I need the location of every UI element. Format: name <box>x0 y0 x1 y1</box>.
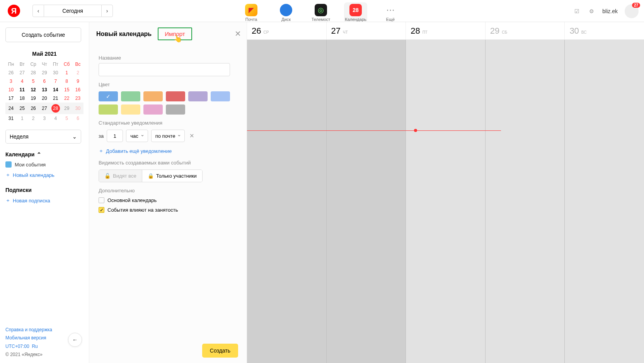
mini-cal-day[interactable]: 3 <box>5 77 17 86</box>
mini-cal-day[interactable]: 5 <box>61 114 72 123</box>
view-select[interactable]: Неделя ⌄ <box>5 130 81 144</box>
mini-cal-day[interactable]: 12 <box>28 86 39 94</box>
notif-unit-select[interactable]: час <box>126 130 148 142</box>
mini-cal-day[interactable]: 29 <box>39 68 50 77</box>
mobile-link[interactable]: Мобильная версия <box>5 334 52 342</box>
help-link[interactable]: Справка и поддержка <box>5 326 52 334</box>
mini-cal-day[interactable]: 18 <box>17 94 28 103</box>
mini-cal-day[interactable]: 2 <box>72 68 83 77</box>
mini-cal-day[interactable]: 4 <box>50 114 61 123</box>
visibility-all[interactable]: 🔓Видят все <box>99 170 142 182</box>
mini-cal-day[interactable]: 21 <box>50 94 61 103</box>
yandex-logo[interactable]: Я <box>8 5 20 17</box>
notif-remove-icon[interactable]: ✕ <box>189 132 194 139</box>
service-calendar[interactable]: 28Календарь <box>344 2 367 23</box>
gear-icon[interactable]: ⚙ <box>588 7 595 15</box>
mini-cal-day[interactable]: 29 <box>61 103 72 114</box>
color-swatch[interactable] <box>188 91 208 101</box>
lang-link[interactable]: Ru <box>32 344 37 349</box>
day-header[interactable]: 30ВС <box>564 22 644 39</box>
mini-cal-day[interactable]: 17 <box>5 94 17 103</box>
service-disk[interactable]: Диск <box>274 2 298 22</box>
calendar-name-input[interactable] <box>99 63 230 76</box>
tz-link[interactable]: UTC+07:00 <box>5 344 29 349</box>
create-button[interactable]: Создать <box>202 344 238 358</box>
mini-cal-day[interactable]: 7 <box>50 77 61 86</box>
calendars-heading[interactable]: Календари ⌃ <box>5 151 83 158</box>
service-more[interactable]: ⋯Ещё <box>379 2 402 22</box>
next-button[interactable]: › <box>101 5 113 17</box>
mini-cal-day[interactable]: 13 <box>39 86 50 94</box>
prev-button[interactable]: ‹ <box>32 5 44 17</box>
view-select-label: Неделя <box>10 134 29 140</box>
color-swatch[interactable] <box>121 91 140 101</box>
mini-cal-day[interactable]: 3 <box>39 114 50 123</box>
mini-cal-day[interactable]: 25 <box>17 103 28 114</box>
mini-cal-day[interactable]: 4 <box>17 77 28 86</box>
mini-cal-day[interactable]: 30 <box>72 103 83 114</box>
mini-cal-day[interactable]: 24 <box>5 103 17 114</box>
mini-cal-day[interactable]: 31 <box>5 114 17 123</box>
mini-cal-day[interactable]: 26 <box>5 68 17 77</box>
color-swatch[interactable] <box>143 91 163 101</box>
mini-cal-day[interactable]: 2 <box>28 114 39 123</box>
collapse-sidebar-button[interactable]: ← <box>68 333 82 347</box>
new-calendar-link[interactable]: ＋Новый календарь <box>5 171 83 178</box>
mini-cal-day[interactable]: 22 <box>61 94 72 103</box>
mini-cal-day[interactable]: 15 <box>61 86 72 94</box>
mini-cal-day[interactable]: 6 <box>39 77 50 86</box>
visibility-participants[interactable]: 🔒Только участники <box>142 170 202 182</box>
checkbox-main-calendar[interactable]: Основной календарь <box>99 197 237 203</box>
checkbox-affects-busy[interactable]: ✓События влияют на занятость <box>99 207 237 213</box>
mini-cal-day[interactable]: 14 <box>50 86 61 94</box>
day-header[interactable]: 29СБ <box>485 22 565 39</box>
mini-cal-day[interactable]: 28 <box>28 68 39 77</box>
mini-cal-day[interactable]: 23 <box>72 94 83 103</box>
user-name[interactable]: bliz.ek <box>602 8 618 14</box>
mini-cal-day[interactable]: 26 <box>28 103 39 114</box>
tasks-icon[interactable]: ☑ <box>573 7 581 15</box>
mini-cal-day[interactable]: 16 <box>72 86 83 94</box>
color-swatch[interactable] <box>166 104 185 115</box>
mini-cal-day[interactable]: 11 <box>17 86 28 94</box>
color-swatch[interactable] <box>121 104 140 115</box>
mini-cal-day[interactable]: 27 <box>39 103 50 114</box>
mini-cal-day[interactable]: 20 <box>39 94 50 103</box>
mini-cal-day[interactable]: 19 <box>28 94 39 103</box>
create-event-button[interactable]: Создать событие <box>5 27 81 42</box>
mini-cal-day[interactable]: 1 <box>17 114 28 123</box>
mini-cal-day[interactable]: 1 <box>61 68 72 77</box>
mini-cal-day[interactable]: 6 <box>72 114 83 123</box>
today-button[interactable]: Сегодня <box>44 5 101 17</box>
new-subscription-link[interactable]: ＋Новая подписка <box>5 197 83 204</box>
color-swatch[interactable] <box>143 104 163 115</box>
tab-import[interactable]: Импорт <box>158 27 192 40</box>
add-notification-link[interactable]: ＋Добавить ещё уведомление <box>99 147 237 154</box>
plus-icon: ＋ <box>99 147 104 154</box>
notif-method-select[interactable]: по почте <box>151 130 185 142</box>
color-swatch[interactable] <box>99 91 118 101</box>
day-header[interactable]: 27ЧТ <box>326 22 406 39</box>
mini-cal-day[interactable]: 30 <box>50 68 61 77</box>
avatar[interactable]: 27 <box>625 4 639 18</box>
day-header[interactable]: 28ПТ <box>405 22 485 39</box>
service-mail[interactable]: ◤Почта <box>240 2 263 22</box>
color-swatch[interactable] <box>211 91 230 101</box>
calendar-item-my-events[interactable]: Мои события <box>5 161 83 168</box>
service-telemost[interactable]: ◎Телемост <box>309 2 332 22</box>
mini-cal-day[interactable]: 8 <box>61 77 72 86</box>
tab-new-calendar[interactable]: Новый календарь <box>96 31 152 38</box>
notif-value-input[interactable] <box>107 130 123 142</box>
services-bar: ◤Почта Диск ◎Телемост 28Календарь ⋯Ещё <box>240 0 402 22</box>
close-icon[interactable]: ✕ <box>235 29 241 38</box>
mini-calendar[interactable]: ПнВтСрЧтПтСбВс 2627282930123456789101112… <box>5 60 83 123</box>
mini-cal-day[interactable]: 27 <box>17 68 28 77</box>
mini-cal-day[interactable]: 10 <box>5 86 17 94</box>
mini-cal-day[interactable]: 28 <box>50 103 61 114</box>
day-header[interactable]: 26СР <box>247 22 326 39</box>
week-grid[interactable] <box>247 22 644 363</box>
mini-cal-day[interactable]: 9 <box>72 77 83 86</box>
mini-cal-day[interactable]: 5 <box>28 77 39 86</box>
color-swatch[interactable] <box>99 104 118 115</box>
color-swatch[interactable] <box>166 91 185 101</box>
